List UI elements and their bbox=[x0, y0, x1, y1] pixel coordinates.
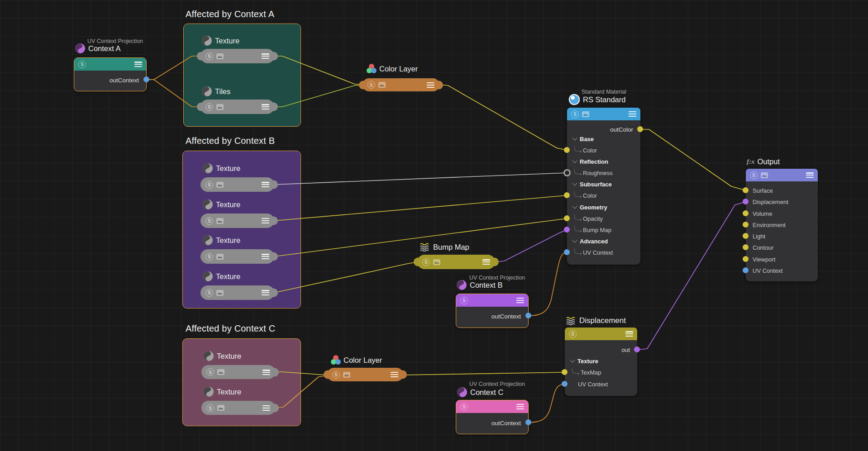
menu-icon[interactable] bbox=[629, 111, 636, 117]
output-surface-port[interactable] bbox=[743, 187, 749, 193]
node-context-c[interactable]: S outContext bbox=[456, 400, 529, 434]
output-contour-port[interactable] bbox=[743, 244, 749, 250]
wire-texture-c1-to-color-layer-2[interactable] bbox=[274, 372, 327, 375]
output-header[interactable]: S bbox=[746, 169, 818, 181]
wire-rs-outcolor-to-output-surface[interactable] bbox=[640, 129, 746, 190]
node-texture-c1[interactable]: S bbox=[201, 365, 275, 379]
menu-icon[interactable] bbox=[262, 182, 269, 187]
node-color-layer-2[interactable]: S bbox=[327, 368, 403, 381]
rs-roughness-port[interactable] bbox=[563, 169, 571, 176]
wire-texture-b4-to-bump-map[interactable] bbox=[274, 262, 417, 293]
menu-icon[interactable] bbox=[516, 404, 524, 409]
menu-icon[interactable] bbox=[262, 218, 269, 223]
output-row-uv-context: UV Context bbox=[746, 266, 818, 275]
context-a-outcontext-port[interactable] bbox=[143, 76, 149, 82]
node-graph-canvas[interactable]: Affected by Context A Affected by Contex… bbox=[0, 0, 868, 451]
rs-section-subsurface[interactable]: Subsurface bbox=[567, 180, 640, 189]
node-context-b[interactable]: S outContext bbox=[456, 294, 529, 328]
menu-icon[interactable] bbox=[262, 290, 269, 295]
rs-section-base[interactable]: Base bbox=[567, 134, 640, 143]
output-volume-port[interactable] bbox=[743, 210, 749, 216]
shader-ball-icon: S bbox=[205, 52, 213, 60]
displacement-texmap-port[interactable] bbox=[562, 369, 568, 375]
chevron-down-icon bbox=[570, 357, 575, 362]
chevron-down-icon bbox=[572, 158, 577, 163]
context-b-header[interactable]: S bbox=[456, 294, 528, 307]
output-row-surface: Surface bbox=[746, 186, 818, 195]
node-texture-c2[interactable]: S bbox=[201, 401, 275, 415]
wire-context-c-to-displacement-uv-context[interactable] bbox=[529, 384, 565, 423]
node-texture-b4[interactable]: S bbox=[200, 285, 274, 300]
wire-texture-b1-to-rs-roughness[interactable] bbox=[274, 173, 567, 185]
rs-subsurface-color-port[interactable] bbox=[564, 192, 570, 198]
rs-bump-map-port[interactable] bbox=[564, 227, 570, 233]
node-texture-b1[interactable]: S bbox=[200, 177, 274, 192]
wire-displacement-out-to-output-displacement[interactable] bbox=[637, 202, 746, 350]
node-output[interactable]: S Surface Displacement Volume Environmen… bbox=[746, 169, 818, 281]
menu-icon[interactable] bbox=[516, 298, 524, 303]
group-b-title: Affected by Context B bbox=[186, 136, 275, 146]
node-color-layer-1[interactable]: S bbox=[362, 78, 439, 91]
menu-icon[interactable] bbox=[134, 62, 142, 67]
image-icon bbox=[217, 369, 224, 375]
wire-texture-b2-to-rs-subsurface-color[interactable] bbox=[274, 195, 567, 221]
wire-color-layer-2-to-displacement-texmap[interactable] bbox=[403, 372, 565, 375]
rs-section-reflection[interactable]: Reflection bbox=[567, 157, 640, 166]
node-rs-standard[interactable]: S outColor Base Color Reflection Roughne… bbox=[567, 108, 640, 265]
node-context-a[interactable]: S outContext bbox=[74, 57, 147, 91]
rs-row-roughness: Roughness bbox=[567, 168, 640, 177]
rs-base-color-port[interactable] bbox=[564, 147, 570, 153]
output-viewport-port[interactable] bbox=[743, 256, 749, 262]
context-c-title: Context C bbox=[470, 388, 503, 397]
output-environment-port[interactable] bbox=[743, 222, 749, 228]
rs-uv-context-port[interactable] bbox=[564, 249, 570, 255]
menu-icon[interactable] bbox=[625, 331, 633, 337]
rs-opacity-port[interactable] bbox=[564, 215, 570, 221]
menu-icon[interactable] bbox=[806, 172, 814, 178]
output-displacement-port[interactable] bbox=[743, 199, 749, 204]
node-displacement[interactable]: S out Texture TexMap UV Context bbox=[565, 328, 637, 396]
wire-context-a-to-tiles[interactable] bbox=[147, 80, 200, 107]
context-a-header[interactable]: S bbox=[74, 58, 146, 71]
rgb-circles-icon bbox=[331, 355, 341, 365]
color-layer-1-title-row: Color Layer bbox=[367, 64, 418, 74]
wire-bump-map-to-rs-bump-map[interactable] bbox=[495, 230, 567, 262]
menu-icon[interactable] bbox=[482, 259, 490, 265]
context-c-title-row: Context C bbox=[457, 387, 503, 398]
node-bump-map[interactable]: S bbox=[417, 255, 495, 269]
displacement-out-port[interactable] bbox=[634, 347, 640, 352]
rs-section-geometry[interactable]: Geometry bbox=[567, 203, 640, 212]
shader-ball-icon: S bbox=[460, 297, 468, 304]
tree-branch-icon bbox=[572, 368, 577, 374]
menu-icon[interactable] bbox=[427, 82, 434, 88]
displacement-header[interactable]: S bbox=[565, 328, 637, 340]
output-light-port[interactable] bbox=[743, 233, 749, 239]
menu-icon[interactable] bbox=[262, 104, 269, 109]
wire-tiles-to-color-layer-1[interactable] bbox=[274, 85, 362, 107]
menu-icon[interactable] bbox=[262, 370, 270, 375]
context-c-header[interactable]: S bbox=[456, 400, 528, 413]
node-texture-a1[interactable]: S bbox=[200, 49, 274, 63]
rs-section-advanced[interactable]: Advanced bbox=[567, 237, 640, 246]
rs-standard-header[interactable]: S bbox=[567, 108, 640, 120]
texture-b2-title: Texture bbox=[216, 200, 240, 209]
displacement-section-texture[interactable]: Texture bbox=[565, 356, 637, 366]
context-c-outcontext-port[interactable] bbox=[525, 419, 531, 425]
output-uv-context-port[interactable] bbox=[743, 267, 749, 273]
context-b-outcontext-port[interactable] bbox=[525, 313, 531, 318]
wire-color-layer-1-to-rs-base-color[interactable] bbox=[439, 85, 567, 150]
wire-context-a-to-texture[interactable] bbox=[147, 56, 200, 80]
menu-icon[interactable] bbox=[262, 405, 270, 411]
node-texture-b2[interactable]: S bbox=[200, 214, 274, 228]
menu-icon[interactable] bbox=[262, 254, 269, 259]
wire-texture-c2-to-color-layer-2[interactable] bbox=[275, 375, 327, 408]
node-texture-b3[interactable]: S bbox=[200, 249, 274, 264]
displacement-uv-context-port[interactable] bbox=[562, 381, 568, 387]
image-icon bbox=[761, 172, 768, 178]
menu-icon[interactable] bbox=[262, 53, 269, 59]
rs-outcolor-port[interactable] bbox=[637, 126, 643, 132]
menu-icon[interactable] bbox=[391, 372, 398, 377]
wire-context-b-to-rs-uv-context[interactable] bbox=[529, 252, 567, 316]
node-tiles[interactable]: S bbox=[200, 100, 274, 114]
wire-texture-a1-to-color-layer-1[interactable] bbox=[274, 56, 362, 85]
